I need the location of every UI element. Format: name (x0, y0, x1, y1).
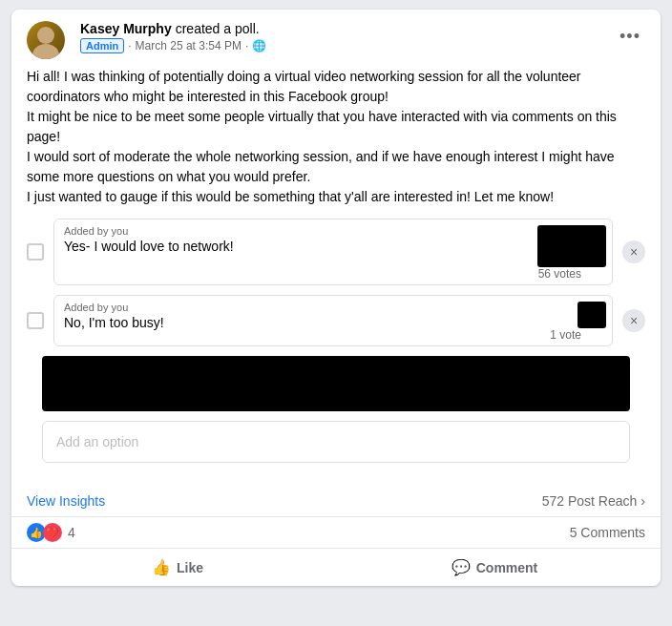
insights-row: View Insights 572 Post Reach › (11, 486, 661, 516)
remove-option-1-button[interactable]: × (622, 240, 645, 263)
comments-count: 5 Comments (570, 525, 645, 540)
like-button[interactable]: 👍 Like (19, 551, 336, 584)
view-insights-link[interactable]: View Insights (27, 493, 105, 509)
post-text-line4: I just wanted to gauge if this would be … (27, 187, 645, 207)
poll-bar-1 (537, 225, 606, 267)
actions-row: 👍 Like 💬 Comment (11, 548, 661, 586)
poll-option-box-2: Added by you No, I'm too busy! 1 vote (53, 295, 613, 346)
comment-icon: 💬 (452, 558, 471, 576)
post-date: March 25 at 3:54 PM (136, 39, 242, 52)
option-label-1: Yes- I would love to network! (64, 239, 528, 254)
post-text-line1: Hi all! I was thinking of potentially do… (27, 67, 645, 107)
svg-point-1 (32, 44, 59, 59)
vote-count-1: 56 votes (538, 267, 612, 281)
poll-checkbox-1[interactable] (27, 243, 44, 261)
user-name: Kasey Murphy (80, 21, 172, 36)
love-reaction-icon: ❤️ (43, 523, 62, 542)
post-card: Kasey Murphy created a poll. Admin · Mar… (11, 10, 661, 586)
option-label-2: No, I'm too busy! (64, 315, 540, 330)
option-text-area-1: Added by you Yes- I would love to networ… (54, 219, 537, 284)
post-header: Kasey Murphy created a poll. Admin · Mar… (11, 10, 661, 67)
option-text-area-2: Added by you No, I'm too busy! (54, 296, 550, 345)
action-text: created a poll. (176, 21, 260, 36)
meta-separator: · (128, 39, 131, 52)
add-option-placeholder: Add an option (56, 434, 138, 449)
admin-badge: Admin (80, 38, 124, 53)
chevron-right-icon: › (640, 493, 645, 509)
globe-icon: 🌐 (252, 39, 265, 52)
post-text-line2: It might be nice to be meet some people … (27, 107, 645, 147)
vote-count-2: 1 vote (550, 328, 612, 342)
comment-label: Comment (476, 560, 538, 575)
avatar (27, 21, 65, 59)
reactions-row: 👍 ❤️ 4 5 Comments (11, 516, 661, 548)
reaction-count: 4 (68, 525, 75, 540)
post-text-line3: I would sort of moderate the whole netwo… (27, 147, 645, 187)
poll-option-2: Added by you No, I'm too busy! 1 vote × (27, 295, 645, 346)
remove-option-2-button[interactable]: × (622, 309, 645, 332)
like-label: Like (177, 560, 203, 575)
poll-bar-2 (578, 302, 606, 328)
poll-checkbox-2[interactable] (27, 312, 44, 329)
reactions-left: 👍 ❤️ 4 (27, 523, 75, 542)
post-reach[interactable]: 572 Post Reach › (542, 493, 645, 509)
added-by-1: Added by you (64, 225, 528, 237)
header-info: Kasey Murphy created a poll. Admin · Mar… (80, 21, 615, 53)
add-option-box[interactable]: Add an option (42, 421, 630, 463)
comment-button[interactable]: 💬 Comment (336, 551, 653, 584)
reaction-icons: 👍 ❤️ (27, 523, 62, 542)
more-options-button[interactable]: ••• (615, 21, 645, 52)
added-by-2: Added by you (64, 302, 540, 313)
poll-section: Added by you Yes- I would love to networ… (11, 219, 661, 486)
meta-dot2: · (245, 39, 248, 52)
post-body: Hi all! I was thinking of potentially do… (11, 67, 661, 219)
poll-option-1: Added by you Yes- I would love to networ… (27, 219, 645, 285)
black-banner (42, 356, 630, 411)
post-reach-text: 572 Post Reach (542, 493, 638, 509)
poll-option-box-1: Added by you Yes- I would love to networ… (53, 219, 613, 285)
svg-point-0 (37, 27, 54, 44)
like-icon: 👍 (152, 558, 171, 576)
